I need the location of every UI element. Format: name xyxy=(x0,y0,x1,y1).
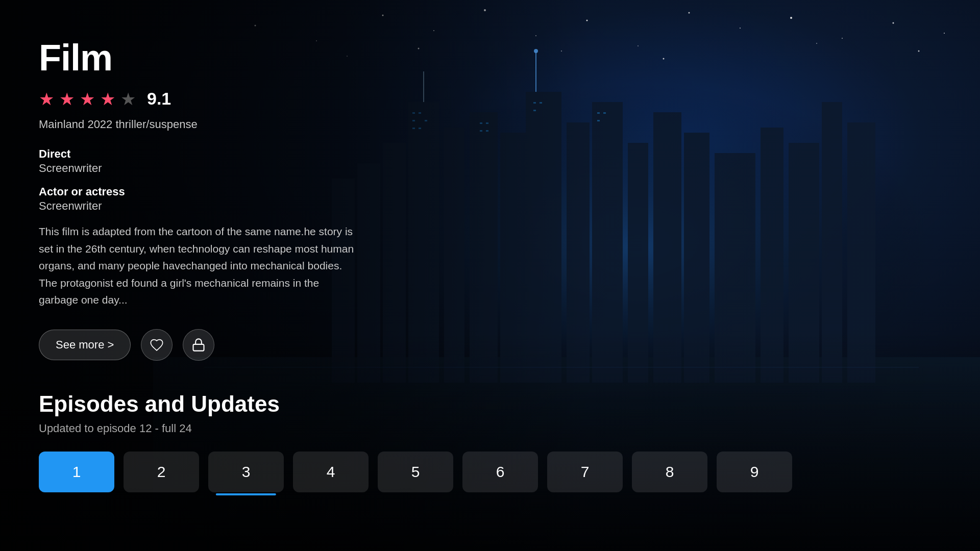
star-3: ★ xyxy=(80,90,98,108)
film-description: This film is adapted from the cartoon of… xyxy=(39,223,355,309)
rating-score: 9.1 xyxy=(147,89,171,109)
episode-button-7[interactable]: 7 xyxy=(547,452,623,492)
episode-button-2[interactable]: 2 xyxy=(124,452,199,492)
episode-button-8[interactable]: 8 xyxy=(632,452,707,492)
actor-value: Screenwriter xyxy=(39,199,941,213)
star-rating: ★ ★ ★ ★ ★ xyxy=(39,90,139,108)
episode-button-9[interactable]: 9 xyxy=(717,452,792,492)
star-1: ★ xyxy=(39,90,57,108)
director-value: Screenwriter xyxy=(39,162,941,175)
star-5: ★ xyxy=(120,90,139,108)
actor-section: Actor or actress Screenwriter xyxy=(39,185,941,213)
episode-button-4[interactable]: 4 xyxy=(293,452,369,492)
episodes-title: Episodes and Updates xyxy=(39,391,941,417)
rating-row: ★ ★ ★ ★ ★ 9.1 xyxy=(39,89,941,109)
heart-icon xyxy=(150,338,164,352)
star-4: ★ xyxy=(100,90,118,108)
film-meta: Mainland 2022 thriller/suspense xyxy=(39,118,941,131)
director-label: Direct xyxy=(39,147,941,161)
film-title: Film xyxy=(39,37,941,79)
episode-button-3[interactable]: 3 xyxy=(208,452,284,492)
episode-button-5[interactable]: 5 xyxy=(378,452,453,492)
episode-buttons-row: 1 2 3 4 5 6 7 8 9 xyxy=(39,452,941,492)
director-section: Direct Screenwriter xyxy=(39,147,941,175)
lock-button[interactable] xyxy=(183,329,214,361)
star-2: ★ xyxy=(59,90,78,108)
svg-rect-63 xyxy=(193,344,204,351)
lock-icon xyxy=(191,338,206,352)
see-more-button[interactable]: See more > xyxy=(39,330,131,360)
episodes-section: Episodes and Updates Updated to episode … xyxy=(39,391,941,492)
action-buttons: See more > xyxy=(39,329,941,361)
episode-button-1[interactable]: 1 xyxy=(39,452,114,492)
episode-button-6[interactable]: 6 xyxy=(462,452,538,492)
actor-label: Actor or actress xyxy=(39,185,941,198)
favorite-button[interactable] xyxy=(141,329,173,361)
episodes-subtitle: Updated to episode 12 - full 24 xyxy=(39,422,941,435)
